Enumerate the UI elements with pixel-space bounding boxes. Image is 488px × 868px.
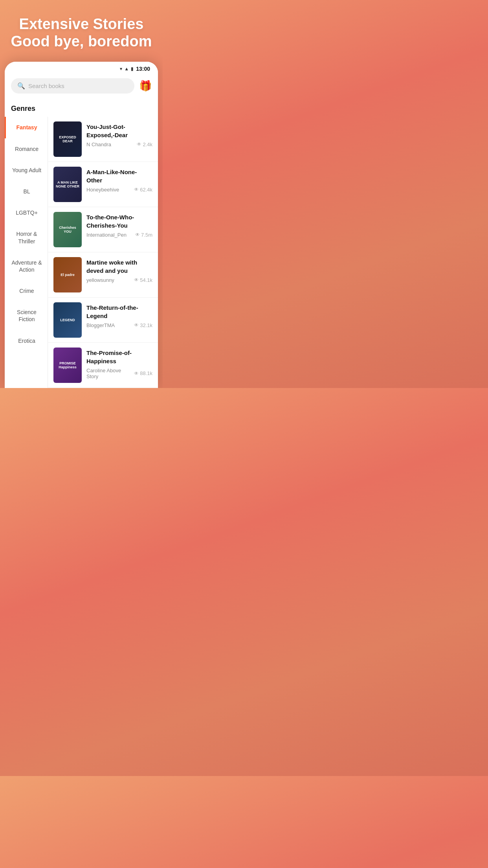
book-title: You-Just-Got-Exposed,-Dear — [86, 123, 152, 139]
search-icon: 🔍 — [17, 82, 25, 90]
book-title: To-the-One-Who-Cherishes-You — [86, 213, 152, 230]
status-time: 13:00 — [136, 66, 150, 72]
book-title: The-Return-of-the-Legend — [86, 304, 152, 320]
book-cover: PROMISE Happiness — [53, 348, 82, 383]
book-meta: N Chandra 👁 2.4k — [86, 142, 152, 147]
book-meta: yellowsunny 👁 54.1k — [86, 277, 152, 283]
book-author: yellowsunny — [86, 277, 114, 283]
book-item[interactable]: A MAN LIKE NONE OTHER A-Man-Like-None-Ot… — [48, 162, 158, 207]
book-views: 👁 54.1k — [134, 277, 152, 283]
book-item[interactable]: EXPOSED DEAR You-Just-Got-Exposed,-Dear … — [48, 117, 158, 162]
eye-icon: 👁 — [135, 232, 140, 237]
book-author: International_Pen — [86, 232, 127, 238]
genres-label: Genres — [5, 99, 158, 117]
book-cover: Cherishes YOU — [53, 212, 82, 247]
book-cover: El padre — [53, 257, 82, 292]
eye-icon: 👁 — [134, 322, 139, 328]
book-cover: EXPOSED DEAR — [53, 121, 82, 157]
sidebar-item-fantasy[interactable]: Fantasy — [5, 117, 48, 138]
book-views: 👁 62.4k — [134, 187, 152, 193]
sidebar-item-young-adult[interactable]: Young Adult — [5, 160, 48, 181]
search-placeholder: Search books — [28, 83, 64, 89]
book-info: Martine woke with deved and you yellowsu… — [86, 257, 152, 283]
book-views: 👁 32.1k — [134, 322, 152, 328]
book-meta: Caroline Above Story 👁 88.1k — [86, 368, 152, 379]
book-info: To-the-One-Who-Cherishes-You Internation… — [86, 212, 152, 238]
search-input-container[interactable]: 🔍 Search books — [11, 78, 134, 94]
book-item[interactable]: El padre Martine woke with deved and you… — [48, 252, 158, 298]
book-info: A-Man-Like-None-Other Honeybeehive 👁 62.… — [86, 167, 152, 193]
battery-icon: ▮ — [131, 66, 134, 72]
hero-line2: Good bye, boredom — [11, 33, 152, 50]
book-author: N Chandra — [86, 142, 111, 147]
signal-icon: ▲ — [124, 66, 129, 72]
book-title: Martine woke with deved and you — [86, 259, 152, 275]
hero-text: Extensive Stories Good bye, boredom — [2, 0, 161, 62]
status-bar: ▾ ▲ ▮ 13:00 — [5, 62, 158, 74]
hero-line1: Extensive Stories — [11, 16, 152, 33]
book-meta: Honeybeehive 👁 62.4k — [86, 187, 152, 193]
book-author: Honeybeehive — [86, 187, 119, 193]
book-cover: LEGEND — [53, 302, 82, 338]
wifi-icon: ▾ — [120, 66, 122, 72]
sidebar-item-lgbtq[interactable]: LGBTQ+ — [5, 202, 48, 223]
sidebar-item-horror[interactable]: Horror & Thriller — [5, 223, 48, 252]
sidebar-item-crime[interactable]: Crime — [5, 280, 48, 302]
phone-frame: ▾ ▲ ▮ 13:00 🔍 Search books 🎁 Genres Fant… — [5, 62, 158, 388]
book-meta: International_Pen 👁 7.5m — [86, 232, 152, 238]
sidebar: Fantasy Romance Young Adult BL LGBTQ+ Ho… — [5, 117, 48, 388]
books-list: EXPOSED DEAR You-Just-Got-Exposed,-Dear … — [48, 117, 158, 388]
sidebar-item-erotica[interactable]: Erotica — [5, 330, 48, 351]
sidebar-item-bl[interactable]: BL — [5, 181, 48, 202]
book-info: The-Promise-of-Happiness Caroline Above … — [86, 348, 152, 379]
search-bar-row: 🔍 Search books 🎁 — [5, 74, 158, 99]
book-item[interactable]: Cherishes YOU To-the-One-Who-Cherishes-Y… — [48, 207, 158, 252]
book-views: 👁 2.4k — [137, 142, 152, 147]
book-cover: A MAN LIKE NONE OTHER — [53, 167, 82, 202]
eye-icon: 👁 — [134, 277, 139, 283]
sidebar-item-scifi[interactable]: Science Fiction — [5, 302, 48, 330]
book-title: The-Promise-of-Happiness — [86, 349, 152, 365]
book-info: You-Just-Got-Exposed,-Dear N Chandra 👁 2… — [86, 121, 152, 147]
main-content: Fantasy Romance Young Adult BL LGBTQ+ Ho… — [5, 117, 158, 388]
book-info: The-Return-of-the-Legend BloggerTMA 👁 32… — [86, 302, 152, 328]
eye-icon: 👁 — [134, 371, 139, 376]
eye-icon: 👁 — [137, 142, 141, 147]
sidebar-item-adventure[interactable]: Adventure & Action — [5, 252, 48, 280]
book-title: A-Man-Like-None-Other — [86, 168, 152, 184]
sidebar-item-romance[interactable]: Romance — [5, 138, 48, 160]
book-views: 👁 88.1k — [134, 370, 152, 376]
book-author: BloggerTMA — [86, 322, 115, 328]
eye-icon: 👁 — [134, 187, 139, 192]
book-item[interactable]: PROMISE Happiness The-Promise-of-Happine… — [48, 343, 158, 388]
book-item[interactable]: LEGEND The-Return-of-the-Legend BloggerT… — [48, 298, 158, 343]
book-views: 👁 7.5m — [135, 232, 152, 238]
status-icons: ▾ ▲ ▮ — [120, 66, 134, 72]
book-author: Caroline Above Story — [86, 368, 131, 379]
gift-button[interactable]: 🎁 — [139, 80, 152, 92]
book-meta: BloggerTMA 👁 32.1k — [86, 322, 152, 328]
